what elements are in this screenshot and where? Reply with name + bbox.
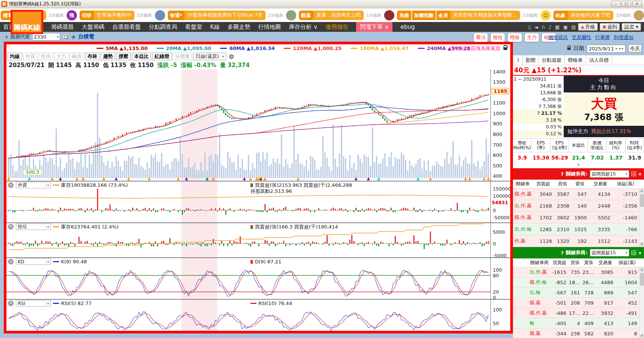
menu-item[interactable]: K線 bbox=[210, 23, 220, 31]
mic-icon[interactable]: ♪ bbox=[549, 24, 552, 30]
restore-button[interactable]: □ bbox=[622, 1, 631, 7]
avatar[interactable] bbox=[155, 10, 165, 20]
scroll-down-icon[interactable]: ▼ bbox=[639, 242, 644, 247]
quick-link[interactable]: 到價通知 bbox=[614, 34, 633, 41]
chevron-down-icon[interactable]: ▾ bbox=[616, 47, 617, 50]
collapse-handle[interactable]: ▼ bbox=[513, 163, 644, 168]
quick-link[interactable]: 個股資訊 bbox=[548, 34, 568, 41]
settings-gear-icon[interactable]: ⚙ bbox=[229, 53, 234, 60]
column-header[interactable]: 損益(萬) bbox=[612, 180, 639, 188]
sidebar-tab[interactable]: 體檢表 bbox=[565, 55, 586, 65]
table-row[interactable]: 出,作,輸1285231010253335-766 bbox=[513, 224, 644, 235]
quick-link[interactable]: 交易屬性 bbox=[572, 34, 591, 41]
prev-day-icon[interactable]: ◂ bbox=[619, 47, 621, 50]
chat-notification[interactable]: 智通*什麼鳥事都讓我遇到了☹Blue 7月 bbox=[168, 11, 266, 20]
sidebar-tab[interactable]: 分點追蹤 bbox=[539, 55, 565, 65]
chevron-collapse-icon[interactable]: ∨ bbox=[638, 250, 642, 255]
close-icon[interactable]: × bbox=[8, 300, 14, 306]
close-icon[interactable]: × bbox=[8, 259, 14, 264]
column-header[interactable]: 買賣超 bbox=[533, 180, 554, 188]
menu-item[interactable]: 分點調查局 bbox=[149, 23, 177, 31]
menu-item[interactable]: 自選股看盤 bbox=[113, 23, 141, 31]
tutorial-highlight-chip-kline[interactable]: 籌碼K線 bbox=[11, 10, 43, 34]
headset-icon[interactable]: ∩ bbox=[541, 24, 545, 30]
table-row[interactable]: 出,作,贏-161573523…3085915 bbox=[513, 267, 644, 277]
close-icon[interactable]: × bbox=[8, 224, 14, 230]
toolbar-toggle-趨勢[interactable]: 趨勢 bbox=[101, 53, 115, 60]
close-icon[interactable]: × bbox=[8, 182, 14, 188]
view-button[interactable]: 體檢 bbox=[508, 33, 522, 42]
quick-link[interactable]: 行事曆 bbox=[595, 34, 610, 41]
calendar-icon[interactable]: ▤ bbox=[571, 24, 576, 30]
avatar[interactable]: ☺ bbox=[541, 10, 551, 20]
avatar[interactable] bbox=[384, 10, 394, 20]
column-header[interactable]: 關鍵券商 bbox=[528, 258, 551, 267]
chat-notification[interactable]: 毅嘉震盪，洗洗再北上吧 bbox=[299, 11, 364, 20]
column-header[interactable]: 買張 bbox=[554, 180, 571, 188]
indicator-select[interactable]: RSI▾ bbox=[16, 300, 51, 307]
search-icon[interactable] bbox=[63, 34, 69, 40]
grid-view-icon[interactable] bbox=[631, 250, 636, 255]
help-icon[interactable]: ? bbox=[539, 104, 541, 109]
scroll-thumb[interactable] bbox=[640, 194, 644, 207]
indicator-select[interactable]: 外資▾ bbox=[16, 182, 51, 188]
unlock-icon[interactable] bbox=[567, 47, 571, 50]
lock-icon[interactable] bbox=[503, 47, 507, 50]
menu-item[interactable]: 看盤室 bbox=[185, 23, 202, 31]
stock-name-link[interactable]: 台積電 bbox=[78, 33, 94, 40]
chat-notification[interactable]: 佰研空單滿手獲利中 bbox=[80, 11, 134, 20]
column-header[interactable]: 買張 bbox=[568, 258, 582, 267]
column-header[interactable]: 賣張 bbox=[571, 180, 589, 188]
window-icon[interactable]: ▣ bbox=[563, 24, 567, 30]
column-header[interactable]: 賣張 bbox=[582, 258, 596, 267]
sidebar-tab[interactable]: 新聞 bbox=[522, 55, 539, 65]
menu-item[interactable]: 庫存分析 ∨ bbox=[289, 23, 318, 31]
menu-button[interactable]: 設定 ▾ bbox=[622, 23, 641, 31]
stats-icon[interactable]: ▦ bbox=[555, 24, 560, 30]
back-arrow-icon[interactable]: ‹ bbox=[5, 33, 8, 41]
table-row[interactable]: 作,贏112813201921512-1143 bbox=[513, 235, 644, 247]
avatar[interactable]: 飛 bbox=[67, 10, 77, 20]
stock-code-input[interactable]: 2330▾ bbox=[32, 33, 60, 41]
next-day-icon[interactable]: ▸ bbox=[622, 47, 624, 50]
toolbar-toggle-主力[interactable]: 主力 bbox=[54, 53, 69, 60]
column-header[interactable]: 買賣超 bbox=[551, 258, 568, 267]
menu-item[interactable]: ebug bbox=[400, 23, 415, 30]
period-select[interactable]: 日線(還原)▾ bbox=[193, 53, 226, 60]
column-header[interactable]: 損益(萬) bbox=[615, 258, 639, 267]
toolbar-toggle-本益比[interactable]: 本益比 bbox=[132, 53, 151, 60]
toolbar-toggle-投信[interactable]: 投信 bbox=[39, 53, 53, 60]
scrollbar[interactable]: ▲▼ bbox=[639, 267, 644, 338]
table-row[interactable]: 出,作,贏216823081402448-2356 bbox=[513, 200, 644, 212]
close-button[interactable]: × bbox=[632, 1, 642, 7]
scroll-up-icon[interactable]: ▲ bbox=[639, 188, 644, 193]
column-header[interactable]: 交易量 bbox=[596, 258, 615, 267]
chat-notification[interactable]: 良維加權指數金居黃老照每天都說隔天要發動… bbox=[397, 11, 520, 20]
avatar[interactable] bbox=[634, 10, 644, 20]
view-button[interactable]: 看法 bbox=[474, 33, 488, 42]
sidebar-tab[interactable]: ) bbox=[514, 55, 522, 65]
column-header[interactable]: 關鍵券 bbox=[513, 180, 533, 188]
grid-view-icon[interactable] bbox=[631, 172, 636, 176]
date-input[interactable]: 2025/9/11 ▾ ◂ ▸ bbox=[587, 45, 625, 53]
toolbar-toggle-布林[interactable]: 布林 bbox=[85, 53, 100, 60]
minimize-button[interactable]: – bbox=[611, 1, 621, 7]
menu-item[interactable]: 行情地圖 bbox=[258, 23, 281, 31]
phone-icon[interactable]: ▯ bbox=[528, 24, 531, 30]
menu-item[interactable]: 閃電下單 ∨ bbox=[356, 22, 392, 32]
toolbar-toggle-融資[interactable]: 融資 bbox=[70, 53, 84, 60]
table-row[interactable]: 國,作,贏1702360219005502-1460 bbox=[513, 212, 644, 224]
broker-filter-select[interactable]: 區間賣超15▾ bbox=[590, 249, 629, 257]
scrollbar[interactable]: ▲▼ bbox=[639, 188, 644, 247]
help-icon[interactable]: ? bbox=[561, 171, 564, 177]
menu-button[interactable]: ▲升級 bbox=[578, 23, 597, 31]
broker-filter-select[interactable]: 區間買超15▾ bbox=[590, 170, 629, 178]
table-row[interactable]: 國,作,贏304035875474134-3710 bbox=[513, 188, 644, 200]
toolbar-toggle-紅綠燈[interactable]: 紅綠燈 bbox=[152, 53, 172, 60]
price-volume-indicator-plot[interactable]: 1400130012001100100090080070060050040015… bbox=[6, 69, 510, 331]
table-row[interactable]: 國,贏-3442385828208 bbox=[513, 329, 644, 338]
toolbar-toggle-外資[interactable]: 外資 bbox=[23, 53, 38, 60]
table-row[interactable]: 輸-4054409413149 bbox=[513, 318, 644, 329]
avatar[interactable] bbox=[286, 10, 296, 20]
sidebar-tab[interactable]: 法人目標 bbox=[586, 55, 612, 65]
